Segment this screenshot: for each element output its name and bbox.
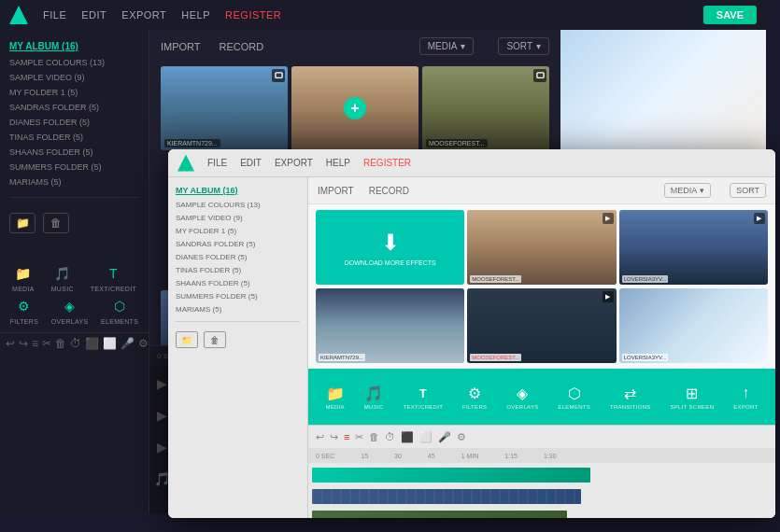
menu-register[interactable]: REGISTER <box>225 9 281 21</box>
sidebar-item-shaans[interactable]: SHAANS FOLDER (5) <box>0 145 149 160</box>
menu-help[interactable]: HELP <box>181 9 210 21</box>
float-sort-dropdown[interactable]: SORT <box>730 183 766 198</box>
float-list-icon[interactable]: ≡ <box>344 431 349 442</box>
float-tool-transitions-label: TRANSITIONS <box>610 404 651 410</box>
audio-icon[interactable]: 🎤 <box>121 337 135 350</box>
menu-edit[interactable]: EDIT <box>81 9 106 21</box>
float-tool-media[interactable]: 📁 MEDIA <box>325 384 345 410</box>
media-thumb-2[interactable]: MOOSEFOREST... <box>422 66 549 150</box>
redo-icon[interactable]: ↪ <box>19 337 28 350</box>
new-folder-button[interactable]: 📁 <box>9 213 35 233</box>
media-thumb-0[interactable]: KIERAMTN729... <box>161 66 288 150</box>
sidebar-item-dianes[interactable]: DIANES FOLDER (5) <box>0 115 149 130</box>
float-delete-icon[interactable]: 🗑 <box>369 431 379 442</box>
float-new-folder-button[interactable]: 📁 <box>176 331 198 348</box>
float-sidebar-video[interactable]: SAMPLE VIDEO (9) <box>168 211 307 224</box>
delete-icon[interactable]: 🗑 <box>55 337 66 350</box>
float-sidebar-summers[interactable]: SUMMERS FOLDER (5) <box>168 289 307 302</box>
sidebar-item-summers[interactable]: SUMMERS FOLDER (5) <box>0 160 149 175</box>
float-tool-transitions[interactable]: ⇄ TRANSITIONS <box>610 384 651 410</box>
float-menu-bar: FILE EDIT EXPORT HELP REGISTER <box>168 149 775 177</box>
settings-icon[interactable]: ⚙ <box>138 337 149 350</box>
float-menu-file[interactable]: FILE <box>207 158 227 168</box>
float-menu-edit[interactable]: EDIT <box>240 158 262 168</box>
float-track-clip-2[interactable] <box>312 511 567 518</box>
float-tool-splitscreen[interactable]: ⊞ SPLIT SCREEN <box>670 384 714 410</box>
sort-dropdown[interactable]: SORT ▾ <box>498 37 549 55</box>
float-menu-help[interactable]: HELP <box>326 158 350 168</box>
clock-icon[interactable]: ⏱ <box>70 337 81 350</box>
float-thumb-download[interactable]: ⬇ DOWNLOAD MORE EFFECTS <box>316 210 464 285</box>
crop-icon[interactable]: ⬜ <box>103 337 117 350</box>
float-frame-icon[interactable]: ⬛ <box>401 431 414 443</box>
float-sidebar-sandras[interactable]: SANDRAS FOLDER (5) <box>168 237 307 250</box>
record-button[interactable]: RECORD <box>220 41 264 52</box>
import-button[interactable]: IMPORT <box>161 41 201 52</box>
save-button[interactable]: SAVE <box>703 6 757 24</box>
float-thumb-2[interactable]: ▶ LOVERSIA3YV... <box>619 210 768 285</box>
float-track-clip-1[interactable] <box>312 489 581 504</box>
float-redo-icon[interactable]: ↪ <box>330 431 338 443</box>
float-tool-filters[interactable]: ⚙ FILTERS <box>462 384 487 410</box>
float-sidebar-album[interactable]: MY ALBUM (16) <box>168 183 307 198</box>
media-dropdown[interactable]: MEDIA ▾ <box>419 37 475 55</box>
menu-export[interactable]: EXPORT <box>121 9 166 21</box>
float-sidebar-folder1[interactable]: MY FOLDER 1 (5) <box>168 224 307 237</box>
sidebar-album-title[interactable]: MY ALBUM (16) <box>0 37 149 55</box>
float-tool-elements[interactable]: ⬡ ELEMENTS <box>558 384 590 410</box>
tool-text[interactable]: T TEXT/CREDIT <box>91 263 136 292</box>
sidebar-item-mariams[interactable]: MARIAMS (5) <box>0 175 149 189</box>
float-track-clip-0[interactable] <box>312 468 590 483</box>
tool-music[interactable]: 🎵 MUSIC <box>51 263 74 292</box>
float-sidebar-shaans[interactable]: SHAANS FOLDER (5) <box>168 276 307 289</box>
sidebar-item-video[interactable]: SAMPLE VIDEO (9) <box>0 70 149 85</box>
sidebar-item-tinas[interactable]: TINAS FOLDER (5) <box>0 130 149 145</box>
float-sidebar-tinas[interactable]: TINAS FOLDER (5) <box>168 263 307 276</box>
cut-icon[interactable]: ✂ <box>42 337 51 350</box>
sidebar-item-colours[interactable]: SAMPLE COLOURS (13) <box>0 55 149 70</box>
add-media-button[interactable]: + <box>344 97 366 119</box>
float-sidebar-mariams[interactable]: MARIAMS (5) <box>168 302 307 315</box>
tool-media[interactable]: 📁 MEDIA <box>12 263 35 292</box>
float-tool-export[interactable]: ↑ EXPORT <box>733 384 758 410</box>
sidebar-item-sandras[interactable]: SANDRAS FOLDER (5) <box>0 100 149 115</box>
tool-overlays[interactable]: ◈ OVERLAYS <box>51 296 89 325</box>
float-timeline-actions: ↩ ↪ ≡ ✂ 🗑 ⏱ ⬛ ⬜ 🎤 ⚙ <box>308 426 775 448</box>
float-sidebar-colours[interactable]: SAMPLE COLOURS (13) <box>168 198 307 211</box>
float-tool-text[interactable]: T TEXT/CREDIT <box>404 384 444 410</box>
float-delete-folder-button[interactable]: 🗑 <box>204 331 226 348</box>
float-sidebar-dianes[interactable]: DIANES FOLDER (5) <box>168 250 307 263</box>
float-tool-elements-label: ELEMENTS <box>558 404 590 410</box>
float-menu-register[interactable]: REGISTER <box>363 158 411 168</box>
delete-folder-button[interactable]: 🗑 <box>43 213 69 233</box>
float-thumb-4[interactable]: ▶ MOOSEFOREST... <box>467 288 616 363</box>
sidebar-item-folder1[interactable]: MY FOLDER 1 (5) <box>0 85 149 100</box>
float-tool-overlays[interactable]: ◈ OVERLAYS <box>506 384 538 410</box>
float-clock-icon[interactable]: ⏱ <box>385 431 395 442</box>
float-crop-icon[interactable]: ⬜ <box>419 431 433 443</box>
float-menu-export[interactable]: EXPORT <box>275 158 313 168</box>
float-tool-music[interactable]: 🎵 MUSIC <box>364 384 384 410</box>
float-record-button[interactable]: RECORD <box>369 186 409 196</box>
float-settings2-icon[interactable]: ⚙ <box>457 431 466 443</box>
float-undo-icon[interactable]: ↩ <box>316 431 324 443</box>
sidebar-divider <box>9 197 139 198</box>
float-cut-icon[interactable]: ✂ <box>355 431 363 443</box>
float-thumb-5[interactable]: LOVERSIA3YV... <box>619 288 768 363</box>
list-icon[interactable]: ≡ <box>32 337 38 350</box>
frame-icon[interactable]: ⬛ <box>85 337 99 350</box>
float-media-header: IMPORT RECORD MEDIA ▾ SORT <box>308 177 775 204</box>
float-audio-icon[interactable]: 🎤 <box>438 431 451 443</box>
media-thumb-1[interactable]: + <box>291 66 418 150</box>
float-elements-icon: ⬡ <box>565 384 584 402</box>
float-thumb-3[interactable]: KIERAMTN729... <box>316 288 464 363</box>
undo-icon[interactable]: ↩ <box>6 337 15 350</box>
float-import-button[interactable]: IMPORT <box>318 186 354 196</box>
menu-file[interactable]: FILE <box>43 9 66 21</box>
float-tracks <box>308 463 775 518</box>
float-media-dropdown[interactable]: MEDIA ▾ <box>664 183 712 198</box>
text-icon: T <box>103 263 123 284</box>
tool-elements[interactable]: ⬡ ELEMENTS <box>101 296 138 325</box>
float-thumb-1[interactable]: ▶ MOOSEFOREST... <box>467 210 616 285</box>
tool-filters[interactable]: ⚙ FILTERS <box>10 296 38 325</box>
